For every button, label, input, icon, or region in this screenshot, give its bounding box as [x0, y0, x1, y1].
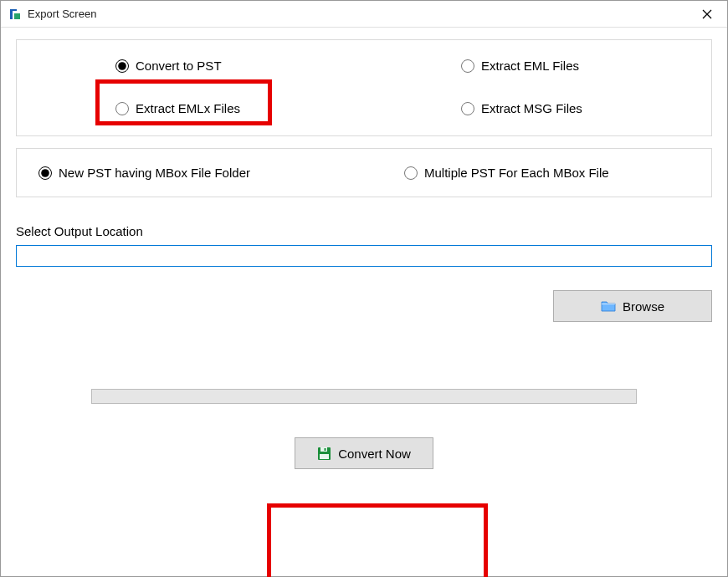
svg-rect-1: [14, 13, 20, 19]
progress-bar: [91, 389, 637, 404]
output-location-input[interactable]: [16, 245, 712, 267]
radio-extract-eml[interactable]: Extract EML Files: [456, 55, 695, 76]
app-icon: [8, 7, 23, 22]
svg-rect-7: [325, 448, 326, 451]
radio-extract-msg-input[interactable]: [461, 102, 474, 115]
window-title: Export Screen: [28, 8, 690, 20]
close-icon: [702, 9, 712, 19]
radio-new-pst-input[interactable]: [38, 166, 52, 180]
radio-extract-emlx-label: Extract EMLx Files: [136, 101, 240, 115]
svg-rect-5: [320, 447, 327, 452]
output-location-label: Select Output Location: [16, 224, 712, 238]
radio-extract-msg[interactable]: Extract MSG Files: [456, 98, 695, 119]
annotation-highlight-convert-now: [267, 503, 488, 577]
format-group: Convert to PST Extract EML Files Extract…: [16, 39, 712, 136]
radio-extract-eml-label: Extract EML Files: [481, 59, 579, 73]
close-button[interactable]: [690, 3, 724, 26]
browse-button[interactable]: Browse: [553, 290, 712, 322]
radio-multiple-pst[interactable]: Multiple PST For Each MBox File: [399, 162, 695, 183]
convert-now-button[interactable]: Convert Now: [295, 437, 433, 469]
radio-multiple-pst-label: Multiple PST For Each MBox File: [424, 166, 609, 180]
radio-convert-pst-label: Convert to PST: [136, 59, 222, 73]
floppy-disk-icon: [317, 447, 331, 461]
progress-area: [16, 389, 712, 404]
radio-new-pst-label: New PST having MBox File Folder: [59, 166, 250, 180]
radio-extract-eml-input[interactable]: [461, 59, 474, 73]
radio-multiple-pst-input[interactable]: [404, 166, 418, 180]
radio-convert-pst-input[interactable]: [115, 59, 129, 73]
convert-now-label: Convert Now: [338, 447, 411, 461]
radio-convert-pst[interactable]: Convert to PST: [110, 55, 364, 76]
folder-icon: [601, 300, 616, 312]
titlebar: Export Screen: [1, 1, 727, 28]
radio-extract-emlx[interactable]: Extract EMLx Files: [110, 98, 364, 119]
radio-new-pst[interactable]: New PST having MBox File Folder: [33, 162, 364, 183]
pst-option-group: New PST having MBox File Folder Multiple…: [16, 148, 712, 197]
action-row: Convert Now: [16, 426, 712, 481]
export-window: Export Screen Convert to PST Extract EML…: [0, 0, 728, 577]
browse-button-label: Browse: [623, 299, 664, 314]
client-area: Convert to PST Extract EML Files Extract…: [1, 28, 727, 576]
radio-extract-emlx-input[interactable]: [115, 102, 129, 115]
svg-rect-6: [320, 454, 329, 459]
radio-extract-msg-label: Extract MSG Files: [481, 101, 582, 115]
